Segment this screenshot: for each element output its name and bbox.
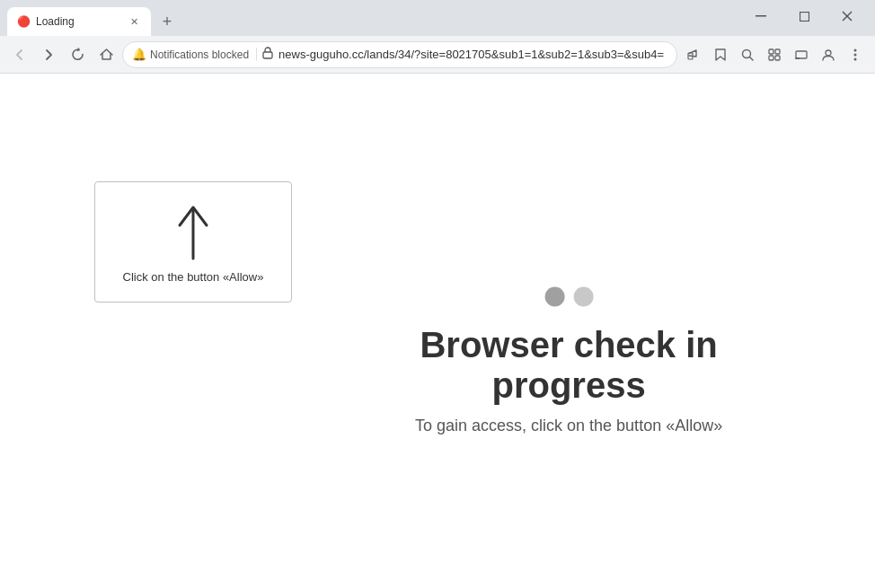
dot-1 (544, 286, 564, 306)
svg-point-16 (854, 48, 857, 51)
page-content: Click on the button «Allow» Browser chec… (0, 74, 875, 588)
svg-marker-6 (716, 49, 725, 60)
subtext: To gain access, click on the button «All… (415, 416, 722, 434)
instruction-box: Click on the button «Allow» (94, 181, 292, 303)
svg-point-15 (826, 50, 831, 56)
svg-rect-9 (769, 49, 773, 54)
arrow-up-icon (171, 200, 216, 263)
forward-button[interactable] (36, 42, 61, 67)
toolbar-actions (681, 42, 868, 67)
svg-rect-1 (800, 12, 809, 21)
bell-icon: 🔔 (132, 48, 146, 61)
dot-2 (573, 286, 593, 306)
main-content: Browser check in progress To gain access… (350, 286, 788, 434)
instruction-text: Click on the button «Allow» (123, 270, 264, 284)
cast-button[interactable] (789, 42, 814, 67)
home-button[interactable] (93, 42, 119, 67)
headline: Browser check in progress (350, 324, 788, 405)
browser-window: 🔴 Loading ✕ + (0, 0, 875, 588)
tab-close-button[interactable]: ✕ (126, 13, 142, 30)
svg-rect-12 (775, 56, 780, 60)
svg-rect-13 (796, 51, 807, 58)
spinner-dots (544, 286, 593, 306)
new-tab-button[interactable]: + (155, 9, 180, 34)
more-button[interactable] (843, 42, 868, 67)
profile-button[interactable] (816, 42, 841, 67)
svg-point-18 (854, 57, 857, 60)
svg-line-8 (750, 57, 754, 60)
address-bar[interactable]: 🔔 Notifications blocked news-guguho.cc/l… (122, 41, 677, 68)
bookmark-button[interactable] (708, 42, 733, 67)
close-button[interactable] (826, 3, 868, 30)
svg-rect-11 (769, 56, 773, 60)
notification-blocked: 🔔 Notifications blocked (132, 48, 257, 61)
svg-rect-10 (775, 49, 780, 54)
svg-rect-4 (263, 52, 272, 58)
extensions-button[interactable] (762, 42, 787, 67)
maximize-button[interactable] (783, 3, 825, 30)
title-bar: 🔴 Loading ✕ + (0, 0, 875, 36)
notification-blocked-label: Notifications blocked (150, 48, 249, 61)
lock-icon (262, 47, 273, 63)
toolbar: 🔔 Notifications blocked news-guguho.cc/l… (0, 36, 875, 74)
svg-point-17 (854, 53, 857, 56)
active-tab[interactable]: 🔴 Loading ✕ (7, 7, 151, 36)
tab-title: Loading (36, 15, 120, 28)
refresh-button[interactable] (65, 42, 90, 67)
window-controls (740, 3, 868, 33)
share-button[interactable] (681, 42, 706, 67)
svg-rect-0 (756, 15, 766, 17)
zoom-button[interactable] (735, 42, 760, 67)
address-url: news-guguho.cc/lands/34/?site=8021705&su… (278, 48, 667, 61)
tab-favicon: 🔴 (16, 14, 31, 29)
back-button[interactable] (7, 42, 32, 67)
tab-strip: 🔴 Loading ✕ + (7, 0, 737, 36)
minimize-button[interactable] (740, 3, 782, 30)
